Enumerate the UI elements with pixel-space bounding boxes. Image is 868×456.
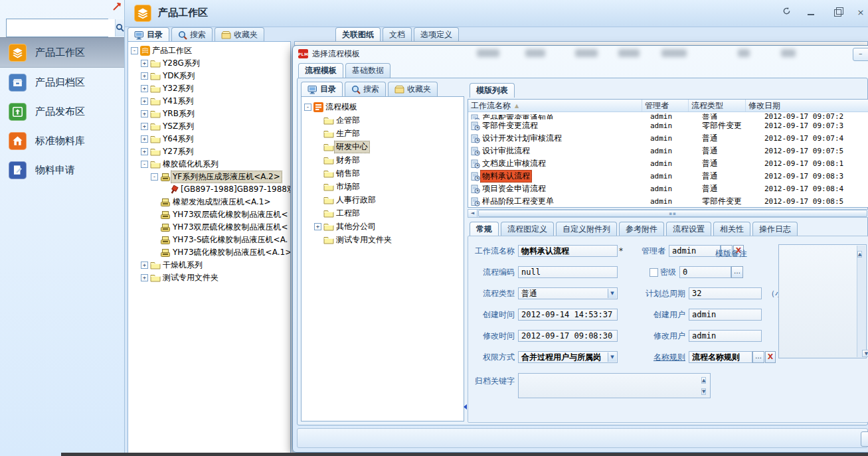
content-tab-3[interactable]: 选项定义	[414, 27, 459, 42]
cycle-field[interactable]: 32	[689, 287, 762, 299]
ok-button[interactable]	[861, 431, 868, 447]
process-type-select[interactable]: 普通 ▼	[518, 287, 618, 299]
column-header-3[interactable]: 流程类型	[689, 100, 746, 112]
tree-item[interactable]: 企管部	[302, 114, 464, 127]
refresh-icon[interactable]	[779, 7, 794, 19]
table-row[interactable]: 产品配置变更通知单admin普通2012-09-17 09:07:2	[468, 112, 868, 119]
expand-icon[interactable]: +	[141, 98, 148, 105]
dialog-minimize-button[interactable]: –	[853, 48, 868, 61]
table-row[interactable]: 设计审批流程admin普通2012-09-17 09:07:5	[468, 145, 868, 157]
sidebar-item-4[interactable]: 标准物料库	[0, 126, 124, 155]
table-row[interactable]: 项目资金申请流程admin普通2012-09-17 09:08:4	[468, 183, 868, 195]
tree-item[interactable]: -橡胶硫化机系列	[128, 158, 290, 171]
tree-item[interactable]: +YDK系列	[128, 70, 290, 82]
toolbar-tab-1[interactable]: 目录	[128, 27, 169, 42]
scroll-down-icon[interactable]: ▼	[862, 350, 868, 357]
modified-time-field[interactable]: 2012-09-17 09:08:30	[518, 330, 618, 342]
column-header-4[interactable]: 修改日期	[746, 100, 868, 112]
table-row[interactable]: 设计开发计划审核流程admin普通2012-09-17 09:07:4	[468, 132, 868, 145]
expand-icon[interactable]: +	[141, 262, 148, 269]
tree-item[interactable]: +YRB系列	[128, 108, 290, 120]
tree-item[interactable]: +测试专用文件夹	[128, 271, 290, 284]
search-button[interactable]	[115, 19, 124, 37]
sidebar-item-5[interactable]: 物料申请	[0, 155, 124, 185]
scroll-up-icon[interactable]: ▲	[701, 377, 706, 384]
sidebar-item-1[interactable]: 产品工作区	[0, 37, 124, 68]
expand-icon[interactable]: +	[314, 223, 321, 230]
column-header-2[interactable]: 管理者	[642, 100, 689, 112]
splitter-collapse-icon[interactable]	[464, 404, 467, 410]
dialog-toolbar-tab-1[interactable]: 目录	[301, 82, 343, 96]
tree-item[interactable]: 人事行政部	[302, 193, 464, 206]
workflow-name-field[interactable]: 物料承认流程	[518, 245, 618, 257]
tab-template-list[interactable]: 模版列表	[470, 83, 515, 98]
process-code-field[interactable]: null	[518, 266, 618, 278]
dialog-titlebar[interactable]: PLM 选择流程模板 –	[293, 46, 868, 62]
detail-tab-2[interactable]: 流程图定义	[501, 222, 554, 236]
detail-tab-7[interactable]: 操作日志	[752, 222, 798, 236]
tree-item[interactable]: +Y41系列	[128, 95, 290, 108]
expand-icon[interactable]: +	[141, 72, 148, 80]
manager-field[interactable]: admin	[669, 245, 721, 257]
name-rule-clear-button[interactable]: X	[765, 351, 776, 363]
tree-item[interactable]: [GB897-1988]GB897-1988双	[128, 183, 290, 196]
archive-keyword-textarea[interactable]: ▲ ▼	[518, 373, 711, 398]
tree-item[interactable]: 研发中心	[302, 140, 464, 153]
tree-item[interactable]: +其他分公司	[302, 220, 464, 233]
table-row[interactable]: 物料承认流程admin普通2012-09-17 09:08:3	[468, 170, 868, 183]
expand-icon[interactable]: +	[141, 85, 148, 92]
name-rule-link[interactable]: 名称规则	[624, 352, 685, 363]
name-rule-browse-button[interactable]: …	[752, 351, 764, 363]
note-scrollbar[interactable]: ▲ ▼	[857, 246, 865, 357]
tree-item[interactable]: +干燥机系列	[128, 259, 290, 271]
expand-icon[interactable]: +	[141, 148, 148, 155]
detail-tab-6[interactable]: 相关性	[713, 222, 750, 236]
template-note-textarea[interactable]: ▲ ▼	[778, 244, 867, 358]
tree-item[interactable]: +Y32系列	[128, 82, 290, 95]
tree-item[interactable]: YH73硫化橡胶制品液压机<A.1>	[128, 246, 290, 259]
search-input[interactable]	[7, 19, 115, 37]
collapse-icon[interactable]: -	[131, 47, 138, 54]
content-tab-1[interactable]: 关联图纸	[335, 27, 381, 42]
sidebar-item-2[interactable]: 产品归档区	[0, 68, 124, 97]
tree-item[interactable]: -产品工作区	[128, 44, 290, 57]
name-rule-field[interactable]: 流程名称规则	[689, 351, 752, 363]
tree-item[interactable]: YH73双层硫化橡胶制品液压机<	[128, 208, 290, 221]
tree-item[interactable]: 市场部	[302, 180, 464, 193]
detail-tab-3[interactable]: 自定义附件列	[556, 222, 617, 236]
tree-item[interactable]: +YSZ系列	[128, 120, 290, 133]
content-tab-2[interactable]: 文档	[383, 27, 412, 42]
secret-browse-button[interactable]: …	[731, 266, 743, 278]
pin-icon[interactable]	[112, 1, 122, 14]
dialog-tab-1[interactable]: 流程模板	[298, 63, 343, 78]
detail-tab-4[interactable]: 参考附件	[619, 222, 664, 236]
tree-item[interactable]: YH73-S硫化橡胶制品液压机<A.	[128, 234, 290, 246]
detail-tab-5[interactable]: 流程设置	[666, 222, 711, 236]
scrollbar-thumb[interactable]: ▪▪	[478, 210, 867, 217]
tree-item[interactable]: +Y64系列	[128, 133, 290, 145]
secret-checkbox[interactable]	[650, 268, 658, 277]
tree-item[interactable]: 测试专用文件夹	[302, 233, 464, 246]
sidebar-item-3[interactable]: 产品发布区	[0, 97, 124, 126]
tree-item[interactable]: +Y28G系列	[128, 57, 290, 70]
tree-item[interactable]: 生产部	[302, 127, 464, 140]
secret-field[interactable]: 0	[679, 266, 731, 278]
created-user-field[interactable]: admin	[689, 309, 762, 321]
modified-user-field[interactable]: admin	[689, 330, 762, 342]
expand-icon[interactable]: +	[141, 110, 148, 117]
table-horizontal-scrollbar[interactable]: ◄ ▪▪	[468, 209, 868, 218]
column-header-1[interactable]: 工作流名称▲	[468, 100, 642, 112]
permission-select[interactable]: 合并过程用户与所属岗 ▼	[518, 351, 618, 363]
dialog-toolbar-tab-2[interactable]: 搜索	[345, 82, 386, 96]
dialog-tab-2[interactable]: 基础数据	[345, 63, 391, 78]
expand-icon[interactable]: +	[141, 60, 148, 67]
table-row[interactable]: 样品阶段工程变更单admin零部件变更2012-09-17 09:08:5	[468, 195, 868, 208]
tree-item[interactable]: 橡塑发泡成型液压机<A.1>	[128, 196, 290, 208]
tree-item[interactable]: -YF系列热压成形液压机<A.2>	[128, 171, 290, 183]
expand-icon[interactable]: +	[141, 135, 148, 143]
tree-item[interactable]: YH73双层硫化橡胶制品液压机<	[128, 221, 290, 234]
toolbar-tab-3[interactable]: 收藏夹	[215, 27, 264, 42]
tree-item[interactable]: 销售部	[302, 167, 464, 180]
scroll-up-icon[interactable]: ▲	[857, 251, 862, 258]
minimize-icon[interactable]	[804, 7, 818, 19]
